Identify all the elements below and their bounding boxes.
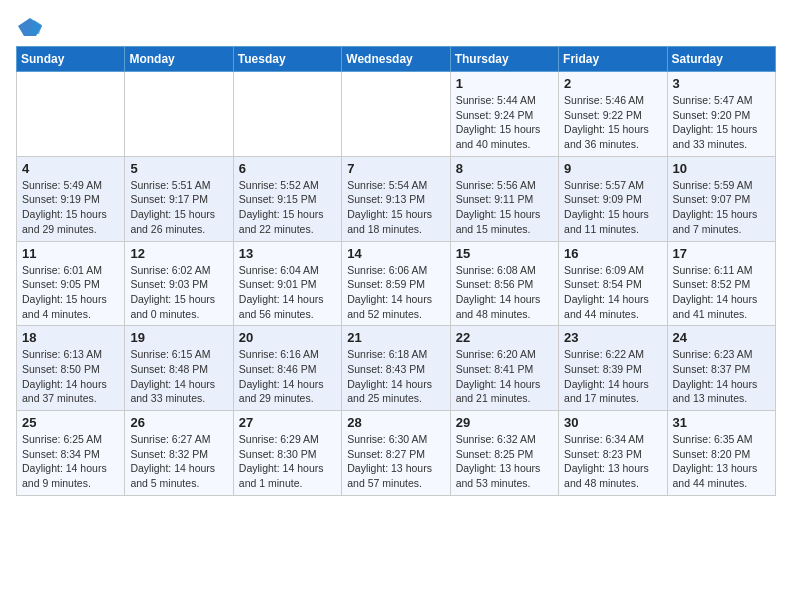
calendar-cell: 4Sunrise: 5:49 AMSunset: 9:19 PMDaylight… bbox=[17, 156, 125, 241]
logo bbox=[16, 16, 48, 38]
calendar-cell: 31Sunrise: 6:35 AMSunset: 8:20 PMDayligh… bbox=[667, 411, 775, 496]
calendar-cell: 25Sunrise: 6:25 AMSunset: 8:34 PMDayligh… bbox=[17, 411, 125, 496]
day-number: 31 bbox=[673, 415, 770, 430]
day-info: Sunrise: 6:04 AMSunset: 9:01 PMDaylight:… bbox=[239, 263, 336, 322]
calendar-cell: 14Sunrise: 6:06 AMSunset: 8:59 PMDayligh… bbox=[342, 241, 450, 326]
day-number: 13 bbox=[239, 246, 336, 261]
calendar-cell: 27Sunrise: 6:29 AMSunset: 8:30 PMDayligh… bbox=[233, 411, 341, 496]
calendar-week-1: 1Sunrise: 5:44 AMSunset: 9:24 PMDaylight… bbox=[17, 72, 776, 157]
day-info: Sunrise: 5:51 AMSunset: 9:17 PMDaylight:… bbox=[130, 178, 227, 237]
day-number: 25 bbox=[22, 415, 119, 430]
day-info: Sunrise: 6:01 AMSunset: 9:05 PMDaylight:… bbox=[22, 263, 119, 322]
calendar-cell: 28Sunrise: 6:30 AMSunset: 8:27 PMDayligh… bbox=[342, 411, 450, 496]
day-info: Sunrise: 6:09 AMSunset: 8:54 PMDaylight:… bbox=[564, 263, 661, 322]
col-header-saturday: Saturday bbox=[667, 47, 775, 72]
calendar-cell: 12Sunrise: 6:02 AMSunset: 9:03 PMDayligh… bbox=[125, 241, 233, 326]
calendar-cell: 9Sunrise: 5:57 AMSunset: 9:09 PMDaylight… bbox=[559, 156, 667, 241]
day-number: 16 bbox=[564, 246, 661, 261]
calendar-cell: 30Sunrise: 6:34 AMSunset: 8:23 PMDayligh… bbox=[559, 411, 667, 496]
day-info: Sunrise: 6:16 AMSunset: 8:46 PMDaylight:… bbox=[239, 347, 336, 406]
day-number: 29 bbox=[456, 415, 553, 430]
calendar-week-5: 25Sunrise: 6:25 AMSunset: 8:34 PMDayligh… bbox=[17, 411, 776, 496]
day-number: 15 bbox=[456, 246, 553, 261]
calendar-week-3: 11Sunrise: 6:01 AMSunset: 9:05 PMDayligh… bbox=[17, 241, 776, 326]
calendar-cell: 13Sunrise: 6:04 AMSunset: 9:01 PMDayligh… bbox=[233, 241, 341, 326]
calendar-week-4: 18Sunrise: 6:13 AMSunset: 8:50 PMDayligh… bbox=[17, 326, 776, 411]
col-header-wednesday: Wednesday bbox=[342, 47, 450, 72]
day-info: Sunrise: 6:11 AMSunset: 8:52 PMDaylight:… bbox=[673, 263, 770, 322]
day-info: Sunrise: 6:35 AMSunset: 8:20 PMDaylight:… bbox=[673, 432, 770, 491]
calendar-cell: 22Sunrise: 6:20 AMSunset: 8:41 PMDayligh… bbox=[450, 326, 558, 411]
day-number: 5 bbox=[130, 161, 227, 176]
day-number: 24 bbox=[673, 330, 770, 345]
page-header bbox=[16, 16, 776, 38]
calendar-cell: 15Sunrise: 6:08 AMSunset: 8:56 PMDayligh… bbox=[450, 241, 558, 326]
day-number: 23 bbox=[564, 330, 661, 345]
day-info: Sunrise: 6:06 AMSunset: 8:59 PMDaylight:… bbox=[347, 263, 444, 322]
calendar-cell: 3Sunrise: 5:47 AMSunset: 9:20 PMDaylight… bbox=[667, 72, 775, 157]
col-header-thursday: Thursday bbox=[450, 47, 558, 72]
day-info: Sunrise: 6:25 AMSunset: 8:34 PMDaylight:… bbox=[22, 432, 119, 491]
day-info: Sunrise: 5:47 AMSunset: 9:20 PMDaylight:… bbox=[673, 93, 770, 152]
day-number: 6 bbox=[239, 161, 336, 176]
day-info: Sunrise: 5:46 AMSunset: 9:22 PMDaylight:… bbox=[564, 93, 661, 152]
calendar-cell: 23Sunrise: 6:22 AMSunset: 8:39 PMDayligh… bbox=[559, 326, 667, 411]
day-number: 3 bbox=[673, 76, 770, 91]
calendar-cell: 20Sunrise: 6:16 AMSunset: 8:46 PMDayligh… bbox=[233, 326, 341, 411]
day-info: Sunrise: 6:29 AMSunset: 8:30 PMDaylight:… bbox=[239, 432, 336, 491]
day-number: 17 bbox=[673, 246, 770, 261]
day-info: Sunrise: 6:32 AMSunset: 8:25 PMDaylight:… bbox=[456, 432, 553, 491]
day-number: 19 bbox=[130, 330, 227, 345]
day-number: 10 bbox=[673, 161, 770, 176]
day-info: Sunrise: 5:57 AMSunset: 9:09 PMDaylight:… bbox=[564, 178, 661, 237]
day-number: 1 bbox=[456, 76, 553, 91]
calendar-cell: 5Sunrise: 5:51 AMSunset: 9:17 PMDaylight… bbox=[125, 156, 233, 241]
day-number: 21 bbox=[347, 330, 444, 345]
calendar-cell: 10Sunrise: 5:59 AMSunset: 9:07 PMDayligh… bbox=[667, 156, 775, 241]
day-info: Sunrise: 6:22 AMSunset: 8:39 PMDaylight:… bbox=[564, 347, 661, 406]
day-number: 14 bbox=[347, 246, 444, 261]
calendar-cell: 8Sunrise: 5:56 AMSunset: 9:11 PMDaylight… bbox=[450, 156, 558, 241]
day-info: Sunrise: 6:34 AMSunset: 8:23 PMDaylight:… bbox=[564, 432, 661, 491]
day-info: Sunrise: 6:23 AMSunset: 8:37 PMDaylight:… bbox=[673, 347, 770, 406]
day-info: Sunrise: 6:02 AMSunset: 9:03 PMDaylight:… bbox=[130, 263, 227, 322]
day-info: Sunrise: 5:52 AMSunset: 9:15 PMDaylight:… bbox=[239, 178, 336, 237]
calendar-cell: 1Sunrise: 5:44 AMSunset: 9:24 PMDaylight… bbox=[450, 72, 558, 157]
day-number: 30 bbox=[564, 415, 661, 430]
day-info: Sunrise: 5:59 AMSunset: 9:07 PMDaylight:… bbox=[673, 178, 770, 237]
day-number: 8 bbox=[456, 161, 553, 176]
calendar: SundayMondayTuesdayWednesdayThursdayFrid… bbox=[16, 46, 776, 496]
calendar-cell: 26Sunrise: 6:27 AMSunset: 8:32 PMDayligh… bbox=[125, 411, 233, 496]
col-header-friday: Friday bbox=[559, 47, 667, 72]
calendar-cell: 21Sunrise: 6:18 AMSunset: 8:43 PMDayligh… bbox=[342, 326, 450, 411]
calendar-week-2: 4Sunrise: 5:49 AMSunset: 9:19 PMDaylight… bbox=[17, 156, 776, 241]
day-info: Sunrise: 6:08 AMSunset: 8:56 PMDaylight:… bbox=[456, 263, 553, 322]
day-info: Sunrise: 5:54 AMSunset: 9:13 PMDaylight:… bbox=[347, 178, 444, 237]
col-header-sunday: Sunday bbox=[17, 47, 125, 72]
calendar-cell bbox=[233, 72, 341, 157]
calendar-cell: 24Sunrise: 6:23 AMSunset: 8:37 PMDayligh… bbox=[667, 326, 775, 411]
calendar-header-row: SundayMondayTuesdayWednesdayThursdayFrid… bbox=[17, 47, 776, 72]
calendar-cell bbox=[17, 72, 125, 157]
calendar-cell: 29Sunrise: 6:32 AMSunset: 8:25 PMDayligh… bbox=[450, 411, 558, 496]
calendar-cell: 7Sunrise: 5:54 AMSunset: 9:13 PMDaylight… bbox=[342, 156, 450, 241]
calendar-cell bbox=[125, 72, 233, 157]
day-info: Sunrise: 5:56 AMSunset: 9:11 PMDaylight:… bbox=[456, 178, 553, 237]
calendar-cell bbox=[342, 72, 450, 157]
calendar-cell: 18Sunrise: 6:13 AMSunset: 8:50 PMDayligh… bbox=[17, 326, 125, 411]
day-info: Sunrise: 6:30 AMSunset: 8:27 PMDaylight:… bbox=[347, 432, 444, 491]
day-info: Sunrise: 6:20 AMSunset: 8:41 PMDaylight:… bbox=[456, 347, 553, 406]
day-info: Sunrise: 5:44 AMSunset: 9:24 PMDaylight:… bbox=[456, 93, 553, 152]
day-number: 26 bbox=[130, 415, 227, 430]
day-number: 27 bbox=[239, 415, 336, 430]
calendar-cell: 16Sunrise: 6:09 AMSunset: 8:54 PMDayligh… bbox=[559, 241, 667, 326]
day-number: 7 bbox=[347, 161, 444, 176]
col-header-monday: Monday bbox=[125, 47, 233, 72]
day-info: Sunrise: 6:13 AMSunset: 8:50 PMDaylight:… bbox=[22, 347, 119, 406]
calendar-cell: 11Sunrise: 6:01 AMSunset: 9:05 PMDayligh… bbox=[17, 241, 125, 326]
day-number: 20 bbox=[239, 330, 336, 345]
day-number: 9 bbox=[564, 161, 661, 176]
day-number: 4 bbox=[22, 161, 119, 176]
calendar-cell: 17Sunrise: 6:11 AMSunset: 8:52 PMDayligh… bbox=[667, 241, 775, 326]
day-number: 12 bbox=[130, 246, 227, 261]
